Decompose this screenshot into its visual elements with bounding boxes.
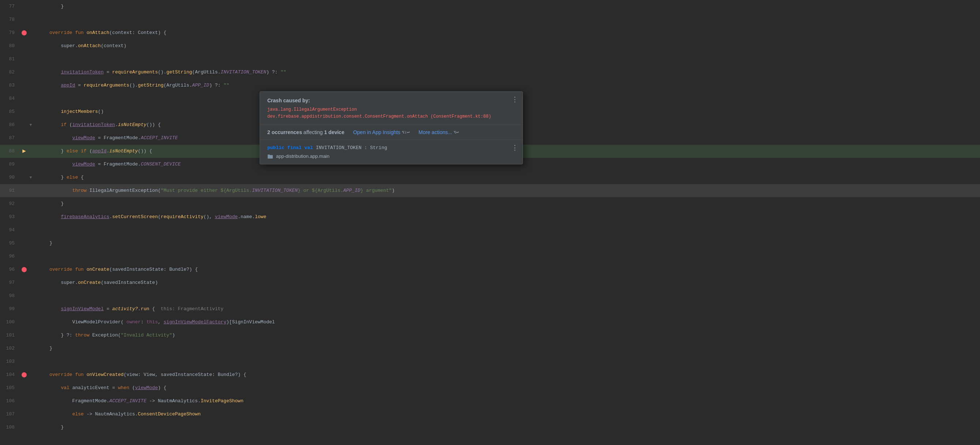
fold-90: ▼ — [28, 171, 33, 184]
crash-popup: ⋮ Crash caused by: java.lang.IllegalArgu… — [259, 91, 523, 165]
gutter-icon-95 — [21, 237, 28, 250]
gutter-100: 100 — [0, 316, 37, 329]
code-line-104: 104 override fun onViewCreated(view: Vie… — [0, 368, 980, 382]
gutter-icon-104 — [21, 368, 28, 382]
fold-95 — [28, 237, 33, 250]
popup-crash-section: ⋮ Crash caused by: java.lang.IllegalArgu… — [260, 92, 523, 125]
fold-104 — [28, 368, 33, 382]
popup-occurrences-section: 2 occurrences affecting 1 device Open in… — [260, 125, 523, 140]
line-content-102: } — [37, 342, 980, 355]
fold-102 — [28, 342, 33, 355]
gutter-80: 80 — [0, 40, 37, 52]
code-line-94: 94 — [0, 223, 980, 237]
line-num-86: 86 — [6, 118, 21, 131]
gutter-107: 107 — [0, 408, 37, 421]
line-num-100: 100 — [6, 316, 21, 329]
line-content-91: throw IllegalArgumentException("Must pro… — [37, 184, 980, 197]
code-area: 77 } 78 79 override fun onAttach — [0, 0, 980, 445]
gutter-101: 101 — [0, 329, 37, 342]
line-content-99: signInViewModel = activity?.run { this: … — [37, 302, 980, 316]
gutter-77: 77 — [0, 0, 37, 13]
gutter-93: 93 — [0, 211, 37, 223]
breakpoint-104[interactable] — [22, 372, 27, 377]
gutter-icon-77 — [21, 0, 28, 13]
fold-86: ▼ — [28, 118, 33, 131]
line-content-94 — [37, 223, 980, 237]
line-content-80: super.onAttach(context) — [37, 40, 980, 52]
gutter-icon-86 — [21, 118, 28, 131]
gutter-96: 96 — [0, 250, 37, 263]
code-line-96b: 96 override fun onCreate(savedInstanceSt… — [0, 263, 980, 276]
device-count: 1 device — [324, 129, 344, 135]
fold-101 — [28, 329, 33, 342]
open-insights-link[interactable]: Open in App Insights ⌥⇧↩ — [353, 129, 410, 135]
line-content-104: override fun onViewCreated(view: View, s… — [37, 368, 980, 382]
fold-92 — [28, 197, 33, 211]
gutter-97: 97 — [0, 276, 37, 289]
gutter-92: 92 — [0, 197, 37, 211]
gutter-86: 86 ▼ — [0, 118, 37, 131]
fold-96b — [28, 263, 33, 276]
more-actions-link[interactable]: More actions... ⌥↩ — [419, 129, 459, 135]
line-num-93: 93 — [6, 211, 21, 223]
line-content-78 — [37, 13, 980, 26]
gutter-icon-98 — [21, 289, 28, 302]
code-line-97: 97 super.onCreate(savedInstanceState) — [0, 276, 980, 289]
popup-more-button-bottom[interactable]: ⋮ — [512, 144, 518, 151]
code-line-100: 100 ViewModelProvider( owner: this, sign… — [0, 316, 980, 329]
line-content-100: ViewModelProvider( owner: this, signInVi… — [37, 316, 980, 329]
crash-title-text: Crash caused by: — [267, 98, 310, 103]
line-num-102: 102 — [6, 342, 21, 355]
line-content-103 — [37, 355, 980, 368]
line-num-80: 80 — [6, 40, 21, 52]
gutter-99: 99 — [0, 302, 37, 316]
line-num-77: 77 — [6, 0, 21, 13]
line-content-98 — [37, 289, 980, 302]
line-num-104: 104 — [6, 368, 21, 382]
code-line-103: 103 — [0, 355, 980, 368]
line-num-89: 89 — [6, 158, 21, 171]
fold-108 — [28, 421, 33, 434]
gutter-icon-88: ▶ — [21, 145, 28, 158]
gutter-icon-79 — [21, 26, 28, 40]
code-line-93: 93 firebaseAnalytics.setCurrentScreen(re… — [0, 211, 980, 223]
gutter-84: 84 — [0, 92, 37, 105]
breakpoint-79[interactable] — [22, 30, 27, 35]
line-num-95: 95 — [6, 237, 21, 250]
fold-94 — [28, 223, 33, 237]
code-line-98: 98 — [0, 289, 980, 302]
code-line-102: 102 } — [0, 342, 980, 355]
fold-87 — [28, 131, 33, 145]
line-content-101: } ?: throw Exception("Invalid Activity") — [37, 329, 980, 342]
popup-code-section: ⋮ public final val INVITATION_TOKEN : St… — [260, 140, 523, 164]
gutter-icon-78 — [21, 13, 28, 26]
line-num-98: 98 — [6, 289, 21, 302]
gutter-90: 90 ▼ — [0, 171, 37, 184]
fold-100 — [28, 316, 33, 329]
gutter-icon-89 — [21, 158, 28, 171]
fold-77 — [28, 0, 33, 13]
gutter-icon-100 — [21, 316, 28, 329]
gutter-icon-96 — [21, 250, 28, 263]
line-num-88: 88 — [6, 145, 21, 158]
open-insights-shortcut: ⌥⇧↩ — [402, 130, 410, 135]
gutter-81: 81 — [0, 52, 37, 66]
exception-line1: java.lang.IllegalArgumentException — [267, 106, 515, 113]
fold-89 — [28, 158, 33, 171]
gutter-icon-99 — [21, 302, 28, 316]
line-num-90: 90 — [6, 171, 21, 184]
line-num-79: 79 — [6, 26, 21, 40]
code-line-101: 101 } ?: throw Exception("Invalid Activi… — [0, 329, 980, 342]
popup-more-button-top[interactable]: ⋮ — [512, 96, 518, 103]
file-label: app-distribution.app.main — [276, 154, 329, 159]
gutter-icon-94 — [21, 223, 28, 237]
fold-84 — [28, 92, 33, 105]
fold-79 — [28, 26, 33, 40]
line-content-79: override fun onAttach(context: Context) … — [37, 26, 980, 40]
more-actions-shortcut: ⌥↩ — [453, 130, 458, 135]
gutter-icon-103 — [21, 355, 28, 368]
crash-title: Crash caused by: — [267, 98, 515, 103]
breakpoint-96b[interactable] — [22, 267, 27, 272]
code-line-92: 92 } — [0, 197, 980, 211]
line-num-103: 103 — [6, 355, 21, 368]
